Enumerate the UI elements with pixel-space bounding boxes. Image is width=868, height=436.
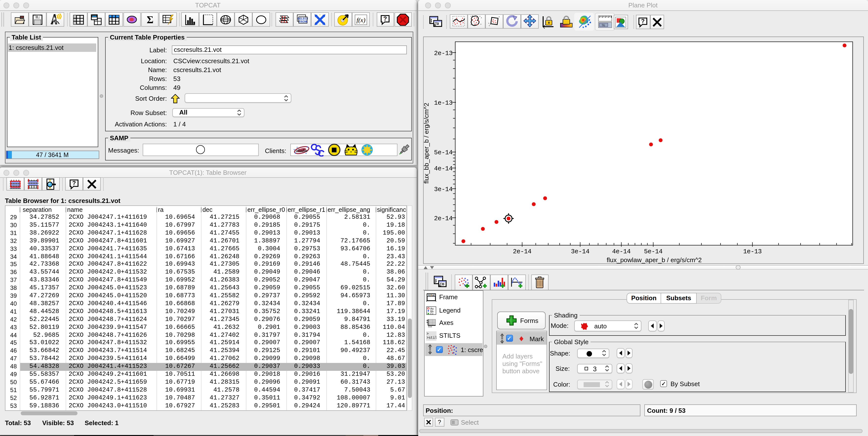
svg-text:flux_powlaw_aper_b / erg/s/cm^: flux_powlaw_aper_b / erg/s/cm^2 — [607, 256, 702, 263]
svg-text:flux_bb_aper_b / erg/s/cm^2: flux_bb_aper_b / erg/s/cm^2 — [423, 102, 430, 183]
svg-text:Cc: Cc — [430, 312, 434, 315]
svg-text:xxx: xxx — [428, 325, 432, 328]
svg-text:4e-14: 4e-14 — [434, 165, 453, 172]
svg-text:SELECT: SELECT — [298, 17, 308, 20]
svg-text:?: ? — [383, 15, 387, 22]
svg-text:Σ: Σ — [146, 14, 153, 25]
svg-text:FROM: FROM — [299, 20, 307, 23]
svg-text:2e-13: 2e-13 — [434, 50, 453, 57]
svg-text:1e-13: 1e-13 — [434, 99, 453, 106]
svg-text:TITLE: TITLE — [428, 294, 434, 297]
svg-text:4e-14: 4e-14 — [612, 248, 630, 255]
svg-text:>stilts: >stilts — [426, 336, 436, 340]
svg-text:5e-14: 5e-14 — [434, 149, 453, 156]
svg-text:1e-13: 1e-13 — [743, 248, 762, 255]
svg-text:2e-14: 2e-14 — [513, 248, 531, 255]
svg-text:3e-14: 3e-14 — [571, 248, 589, 255]
svg-text:2e-14: 2e-14 — [434, 215, 453, 222]
svg-text:?: ? — [72, 180, 76, 186]
svg-text:f(x): f(x) — [356, 16, 365, 24]
svg-text:>: > — [426, 332, 428, 336]
svg-text:3e-14: 3e-14 — [434, 185, 453, 193]
svg-text:?: ? — [641, 18, 645, 24]
svg-text:%: % — [601, 23, 604, 27]
svg-text:5e-14: 5e-14 — [644, 248, 662, 255]
svg-text:aladin: aladin — [296, 148, 307, 153]
